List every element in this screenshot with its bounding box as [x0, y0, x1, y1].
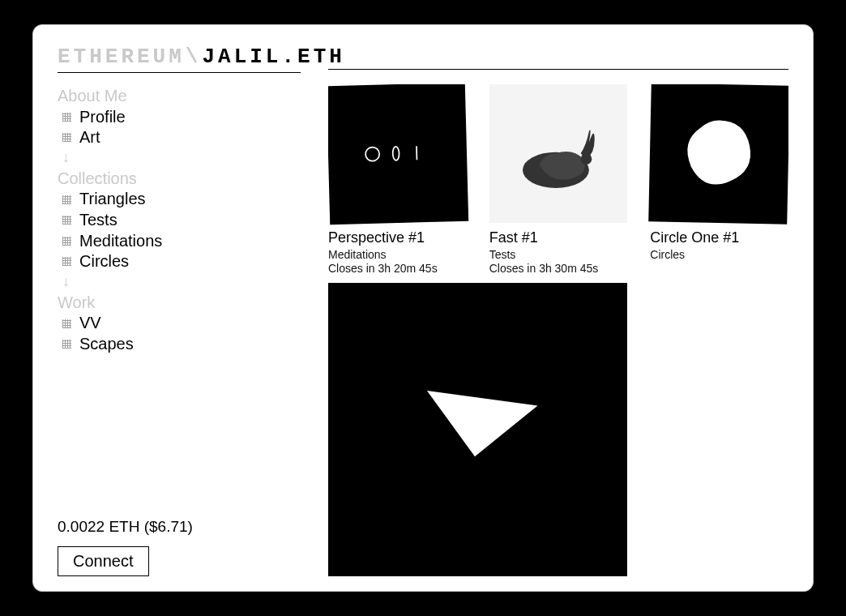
- sidebar-item-label: Tests: [79, 210, 118, 231]
- artwork-circle-icon: [649, 84, 788, 224]
- sidebar-item-label: Triangles: [79, 189, 146, 210]
- svg-point-1: [392, 147, 399, 160]
- svg-point-4: [580, 153, 592, 165]
- sidebar: About Me Profile Art ↓ Collections Trian…: [58, 84, 301, 576]
- sidebar-item-meditations[interactable]: Meditations: [58, 231, 301, 252]
- bullet-icon: [62, 319, 71, 328]
- wallet-balance: 0.0022 ETH ($6.71): [58, 517, 301, 537]
- svg-marker-5: [427, 391, 538, 456]
- artwork-thumb: [328, 84, 468, 225]
- arrow-down-icon: ↓: [58, 148, 301, 167]
- connect-button[interactable]: Connect: [58, 546, 149, 576]
- card-title: Perspective #1: [328, 229, 467, 246]
- sidebar-section-about: About Me: [58, 86, 301, 107]
- bullet-icon: [62, 195, 71, 204]
- breadcrumb-separator: \: [186, 45, 202, 69]
- sidebar-item-label: Circles: [79, 251, 129, 272]
- sidebar-item-art[interactable]: Art: [58, 127, 301, 148]
- arrow-down-icon: ↓: [58, 272, 301, 291]
- sidebar-item-profile[interactable]: Profile: [58, 107, 301, 128]
- card-title: Circle One #1: [650, 229, 788, 246]
- gallery: Perspective #1 Meditations Closes in 3h …: [328, 84, 788, 576]
- sidebar-item-triangles[interactable]: Triangles: [58, 189, 301, 210]
- bullet-icon: [62, 257, 71, 266]
- gallery-card-triangle-one[interactable]: Triangle One #1 Triangles: [328, 283, 627, 576]
- artwork-triangle-icon: [328, 283, 627, 576]
- header-rule: [328, 69, 788, 70]
- sidebar-item-label: Scapes: [79, 334, 134, 355]
- gallery-card-circle-one[interactable]: Circle One #1 Circles: [650, 84, 788, 261]
- sidebar-item-label: Meditations: [79, 231, 162, 252]
- sidebar-item-label: VV: [79, 313, 101, 334]
- svg-point-0: [365, 147, 380, 161]
- gallery-card-fast[interactable]: Fast #1 Tests Closes in 3h 30m 45s: [489, 84, 628, 275]
- sidebar-item-label: Profile: [79, 107, 126, 128]
- sidebar-item-circles[interactable]: Circles: [58, 251, 301, 272]
- bullet-icon: [62, 216, 71, 225]
- card-meta: Closes in 3h 20m 45s: [328, 262, 467, 275]
- sidebar-item-vv[interactable]: VV: [58, 313, 301, 334]
- artwork-thumb: [489, 84, 628, 223]
- breadcrumb-name: JALIL.ETH: [202, 45, 344, 69]
- header: ETHEREUM \ JALIL.ETH: [58, 45, 788, 73]
- sidebar-section-work: Work: [58, 293, 301, 314]
- sidebar-item-label: Art: [79, 127, 100, 148]
- card-meta: Closes in 3h 30m 45s: [489, 262, 628, 275]
- sidebar-section-collections: Collections: [58, 169, 301, 190]
- artwork-thumb: [649, 84, 788, 224]
- artwork-ooi-icon: [328, 84, 468, 225]
- card-collection: Circles: [650, 248, 788, 261]
- bullet-icon: [62, 340, 71, 349]
- card-title: Fast #1: [489, 229, 628, 246]
- breadcrumb-chain: ETHEREUM: [58, 45, 185, 69]
- app-window: ETHEREUM \ JALIL.ETH About Me Profile Ar…: [32, 24, 814, 592]
- artwork-thumb: [328, 283, 627, 576]
- gallery-card-perspective[interactable]: Perspective #1 Meditations Closes in 3h …: [328, 84, 467, 275]
- card-collection: Meditations: [328, 248, 467, 261]
- breadcrumb[interactable]: ETHEREUM \ JALIL.ETH: [58, 45, 301, 73]
- bullet-icon: [62, 237, 71, 246]
- artwork-hare-icon: [489, 84, 628, 223]
- bullet-icon: [62, 113, 71, 122]
- bullet-icon: [62, 133, 71, 142]
- sidebar-item-scapes[interactable]: Scapes: [58, 334, 301, 355]
- card-collection: Tests: [489, 248, 628, 261]
- sidebar-item-tests[interactable]: Tests: [58, 210, 301, 231]
